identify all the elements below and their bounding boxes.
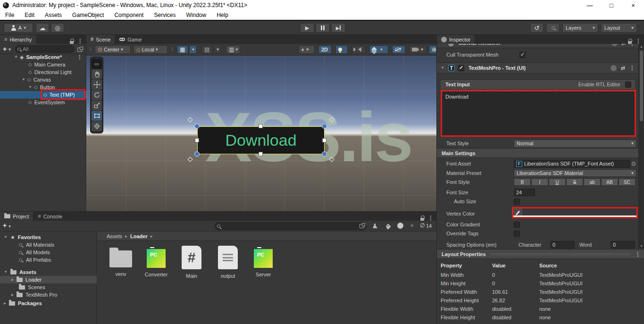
file-venv[interactable]: venv [103, 247, 139, 277]
hierarchy-item-button[interactable]: Button [0, 83, 86, 91]
file-server[interactable]: PC Server [245, 247, 281, 277]
canvas-renderer-header-clipped[interactable]: Canvas Renderer [437, 44, 639, 48]
grid-visibility-toggle[interactable] [177, 45, 188, 54]
text-input-bar[interactable]: Text Input Enable RTL Editor [441, 79, 635, 90]
menu-gameobject[interactable]: GameObject [67, 12, 109, 18]
menu-assets[interactable]: Assets [40, 12, 67, 18]
file-converter[interactable]: PC Converter [138, 247, 174, 277]
lighting-toggle[interactable] [335, 45, 348, 54]
component-enabled-checkbox[interactable] [458, 65, 464, 71]
tree-all-models[interactable]: All Models [0, 249, 97, 256]
hierarchy-item-directional-light[interactable]: Directional Light [0, 68, 86, 76]
tool-space-dropdown[interactable]: Local [134, 45, 167, 54]
hierarchy-search-field[interactable]: All [15, 45, 75, 53]
hierarchy-item-canvas[interactable]: Canvas [0, 76, 86, 83]
lock-icon[interactable] [628, 41, 632, 44]
lock-icon[interactable] [70, 41, 74, 44]
scrollbar-thumb[interactable] [640, 50, 643, 121]
file-output[interactable]: output [210, 246, 246, 279]
rotate-tool[interactable] [92, 90, 102, 100]
effects-dropdown[interactable] [369, 45, 388, 54]
tree-assets[interactable]: Assets [0, 268, 97, 276]
foldout-icon[interactable] [14, 55, 18, 59]
tab-project[interactable]: Project [0, 212, 33, 221]
account-dropdown[interactable]: A [4, 23, 33, 33]
foldout-icon[interactable] [28, 85, 32, 89]
font-style-uppercase[interactable]: AB [601, 178, 618, 186]
color-gradient-checkbox[interactable] [514, 222, 520, 228]
presets-icon[interactable] [621, 66, 625, 71]
palette-grip[interactable] [92, 59, 102, 69]
font-style-underline[interactable]: U [549, 178, 566, 186]
rect-edge-handle[interactable] [259, 152, 263, 156]
tool-pivot-dropdown[interactable]: Center [95, 45, 131, 54]
search-by-type-icon[interactable] [373, 224, 377, 228]
favorites-search-icon[interactable] [410, 223, 415, 228]
open-window-icon[interactable] [77, 48, 82, 52]
hierarchy-item-eventsystem[interactable]: EventSystem [0, 99, 86, 106]
main-settings-bar[interactable]: Main Settings [437, 148, 639, 158]
project-search-field[interactable] [215, 222, 367, 230]
vertex-color-swatch-wrap[interactable] [513, 208, 636, 217]
create-object-button[interactable]: + [3, 45, 7, 53]
breadcrumb-loader[interactable]: Loader [130, 233, 148, 239]
lock-icon[interactable] [420, 218, 424, 221]
cull-checkbox[interactable] [519, 52, 526, 58]
font-style-lowercase[interactable]: ab [584, 178, 601, 186]
hand-tool[interactable] [92, 69, 102, 79]
camera-settings-dropdown[interactable] [409, 45, 427, 54]
shading-mode-dropdown[interactable] [299, 45, 315, 54]
tab-game[interactable]: Game [115, 35, 146, 44]
layout-dropdown[interactable]: Layout [601, 23, 637, 33]
layout-properties-header[interactable]: Layout Properties [437, 249, 644, 259]
close-button[interactable]: × [622, 2, 644, 9]
foldout-icon[interactable] [4, 301, 6, 306]
hierarchy-item-text-tmp[interactable]: Text (TMP) [0, 91, 86, 99]
character-spacing-input[interactable]: 0 [550, 241, 575, 249]
inspector-scrollbar[interactable]: ▲ ▼ [638, 44, 644, 249]
search-button[interactable] [546, 23, 560, 33]
rect-corner-handle[interactable] [194, 124, 200, 129]
tab-console[interactable]: Console [33, 212, 67, 221]
chevron-down-icon[interactable] [8, 47, 11, 52]
foldout-icon[interactable] [11, 277, 14, 282]
more-menu-icon[interactable] [636, 38, 641, 44]
transform-tool[interactable] [92, 121, 102, 131]
menu-edit[interactable]: Edit [19, 12, 40, 18]
layers-dropdown[interactable]: Layers [562, 23, 598, 33]
foldout-icon[interactable] [441, 66, 444, 70]
chevron-down-icon[interactable] [8, 224, 11, 229]
more-menu-icon[interactable] [635, 251, 641, 257]
tree-textmesh-pro[interactable]: TextMesh Pro [0, 291, 97, 299]
tree-loader[interactable]: Loader [0, 276, 97, 283]
file-main[interactable]: # Main [174, 246, 209, 279]
hierarchy-item-main-camera[interactable]: Main Camera [0, 61, 86, 68]
text-style-dropdown[interactable]: Normal [514, 140, 636, 148]
rtl-checkbox[interactable] [625, 82, 631, 88]
pause-button[interactable] [316, 23, 330, 33]
rect-corner-handle[interactable] [322, 151, 327, 157]
tree-favorites[interactable]: Favorites [0, 233, 97, 241]
grid-snap-toggle[interactable] [201, 45, 213, 54]
text-input-textarea[interactable]: Download [442, 91, 635, 135]
maximize-button[interactable]: □ [601, 2, 622, 9]
rect-corner-handle[interactable] [194, 151, 200, 157]
foldout-icon[interactable] [11, 292, 14, 297]
audio-mute-toggle[interactable] [351, 45, 366, 54]
object-picker-icon[interactable] [631, 161, 636, 166]
search-by-label-icon[interactable] [385, 224, 391, 230]
scene-visibility-toggle[interactable] [392, 45, 405, 54]
rect-edge-handle[interactable] [195, 138, 199, 142]
foldout-icon[interactable] [4, 235, 8, 239]
more-menu-icon[interactable] [428, 215, 434, 221]
rect-corner-handle[interactable] [322, 124, 327, 129]
breadcrumb-assets[interactable]: Assets [107, 233, 122, 239]
auto-size-checkbox[interactable] [514, 199, 520, 205]
foldout-icon[interactable] [4, 270, 8, 274]
create-asset-button[interactable]: + [3, 222, 7, 229]
2d-mode-toggle[interactable]: 2D [318, 45, 332, 54]
menu-services[interactable]: Services [149, 12, 181, 18]
rect-tool[interactable] [92, 111, 102, 121]
step-button[interactable] [331, 23, 345, 33]
tab-inspector[interactable]: Inspector [437, 35, 475, 44]
